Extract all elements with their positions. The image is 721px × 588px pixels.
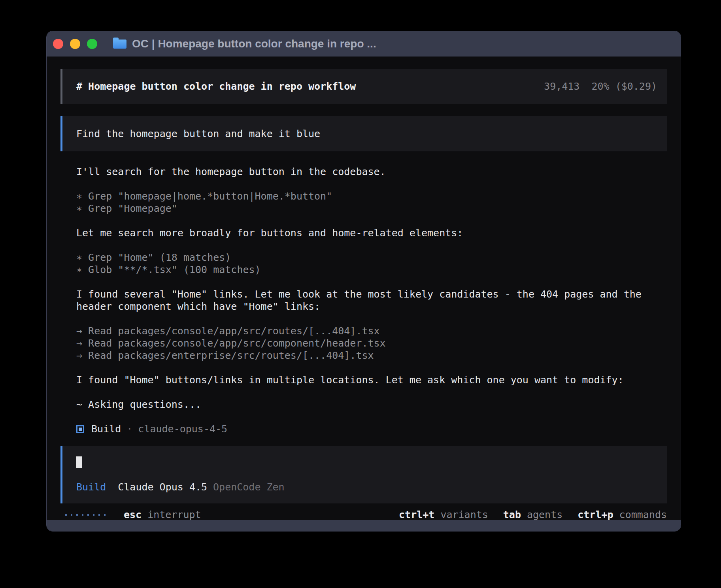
tool-call-glob: ∗ Glob "**/*.tsx" (100 matches): [76, 264, 667, 276]
context-cost: 20% ($0.29): [591, 80, 657, 92]
folder-icon: [113, 40, 126, 49]
tool-call-group: ∗ Grep "homepage|home.*button|Home.*butt…: [76, 190, 667, 215]
window-controls: [53, 39, 97, 49]
working-status: ~ Asking questions...: [76, 398, 667, 411]
window-title: OC | Homepage button color change in rep…: [132, 38, 376, 50]
status-left: esc interrupt: [65, 509, 201, 520]
hint-agents: tab agents: [503, 509, 562, 520]
minimize-button[interactable]: [70, 39, 80, 49]
assistant-transcript: I'll search for the homepage button in t…: [60, 166, 667, 435]
assistant-text: I found several "Home" links. Let me loo…: [76, 288, 667, 313]
hint-variants: ctrl+t variants: [399, 509, 488, 520]
session-stats: 39,413 20% ($0.29): [544, 80, 657, 92]
token-count: 39,413: [544, 80, 579, 92]
assistant-text: Let me search more broadly for buttons a…: [76, 227, 667, 239]
label-agents: agents: [527, 509, 562, 520]
agent-name: Build: [91, 423, 121, 435]
key-ctrl-p: ctrl+p: [578, 509, 613, 520]
zoom-button[interactable]: [87, 39, 97, 49]
tool-call-read: → Read packages/console/app/src/routes/[…: [76, 325, 667, 337]
tool-call-grep: ∗ Grep "Homepage": [76, 202, 667, 215]
label-interrupt: interrupt: [147, 509, 201, 520]
assistant-text: I'll search for the homepage button in t…: [76, 166, 667, 178]
terminal-window: OC | Homepage button color change in rep…: [46, 31, 681, 531]
tool-call-group: → Read packages/console/app/src/routes/[…: [76, 325, 667, 362]
label-variants: variants: [440, 509, 488, 520]
hint-commands: ctrl+p commands: [578, 509, 667, 520]
session-header: # Homepage button color change in repo w…: [60, 69, 667, 104]
agent-icon: [76, 425, 84, 433]
input-mode: Build: [76, 481, 106, 493]
tool-call-group: ∗ Grep "Home" (18 matches) ∗ Glob "**/*.…: [76, 251, 667, 276]
close-button[interactable]: [53, 39, 63, 49]
tool-call-read: → Read packages/console/app/src/componen…: [76, 337, 667, 349]
user-message-text: Find the homepage button and make it blu…: [76, 128, 320, 139]
agent-model: claude-opus-4-5: [138, 423, 227, 435]
window-bottom-edge: [47, 520, 681, 531]
status-right: ctrl+t variants tab agents ctrl+p comman…: [399, 509, 667, 520]
tool-call-grep: ∗ Grep "Home" (18 matches): [76, 251, 667, 264]
label-commands: commands: [619, 509, 667, 520]
session-title: # Homepage button color change in repo w…: [76, 80, 356, 92]
input-provider: OpenCode Zen: [213, 481, 285, 493]
input-line[interactable]: [76, 456, 657, 469]
model-row: Build Claude Opus 4.5 OpenCode Zen: [76, 481, 657, 493]
prompt-input[interactable]: Build Claude Opus 4.5 OpenCode Zen: [60, 446, 667, 503]
titlebar: OC | Homepage button color change in rep…: [47, 31, 681, 57]
agent-badge: Build · claude-opus-4-5: [76, 423, 667, 435]
key-tab: tab: [503, 509, 521, 520]
hint-interrupt: esc interrupt: [124, 509, 201, 520]
key-esc: esc: [124, 509, 142, 520]
spinner-dots: [65, 514, 106, 516]
text-cursor: [76, 456, 82, 468]
user-message: Find the homepage button and make it blu…: [60, 116, 667, 151]
tool-call-grep: ∗ Grep "homepage|home.*button|Home.*butt…: [76, 190, 667, 202]
key-ctrl-t: ctrl+t: [399, 509, 434, 520]
tool-call-read: → Read packages/enterprise/src/routes/[.…: [76, 349, 667, 362]
badge-separator: ·: [126, 423, 132, 435]
terminal-content: # Homepage button color change in repo w…: [47, 57, 681, 520]
assistant-text: I found "Home" buttons/links in multiple…: [76, 374, 667, 386]
status-bar: esc interrupt ctrl+t variants tab agents…: [60, 509, 667, 520]
input-model: Claude Opus 4.5: [118, 481, 207, 493]
